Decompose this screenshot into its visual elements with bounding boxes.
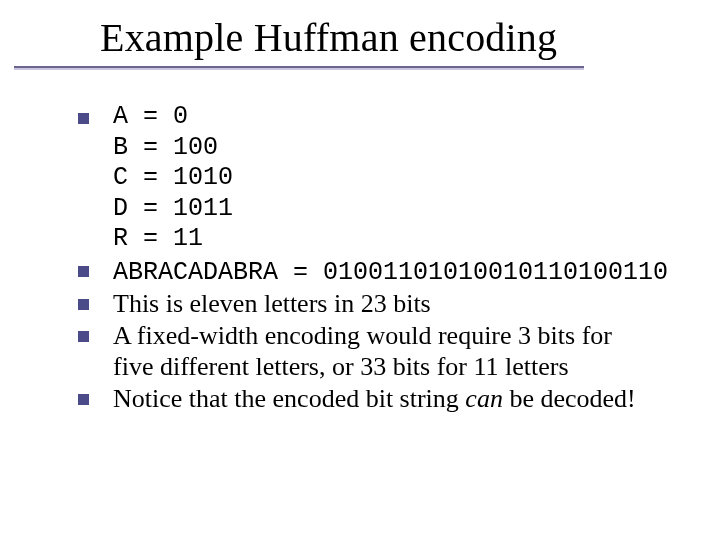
code-c: C = 1010 bbox=[113, 163, 678, 194]
encoded-line: ABRACADABRA = 01001101010010110100110 bbox=[113, 258, 668, 287]
list-item: A fixed-width encoding would require 3 b… bbox=[78, 320, 678, 383]
bullet-icon bbox=[78, 299, 89, 310]
decode-em: can bbox=[465, 384, 503, 413]
code-b: B = 100 bbox=[113, 133, 678, 164]
fixed-line-2: five different letters, or 33 bits for 1… bbox=[113, 352, 569, 381]
decode-post: be decoded! bbox=[503, 384, 636, 413]
list-item: ABRACADABRA = 01001101010010110100110 bbox=[78, 255, 678, 289]
list-item-body: A = 0 B = 100 C = 1010 D = 1011 R = 11 bbox=[113, 102, 678, 255]
list-item: Notice that the encoded bit string can b… bbox=[78, 383, 678, 415]
decode-pre: Notice that the encoded bit string bbox=[113, 384, 465, 413]
bits-line: This is eleven letters in 23 bits bbox=[113, 288, 678, 320]
list-item: A = 0 B = 100 C = 1010 D = 1011 R = 11 bbox=[78, 102, 678, 255]
title-rule-shadow bbox=[14, 68, 584, 70]
bullet-icon bbox=[78, 394, 89, 405]
list-item-body: ABRACADABRA = 01001101010010110100110 bbox=[113, 255, 678, 289]
bullet-icon bbox=[78, 113, 89, 124]
fixed-width-line: A fixed-width encoding would require 3 b… bbox=[113, 320, 678, 383]
code-d: D = 1011 bbox=[113, 194, 678, 225]
title-area: Example Huffman encoding bbox=[100, 14, 557, 61]
code-r: R = 11 bbox=[113, 224, 678, 255]
decode-line: Notice that the encoded bit string can b… bbox=[113, 383, 678, 415]
list-item: This is eleven letters in 23 bits bbox=[78, 288, 678, 320]
bullet-icon bbox=[78, 266, 89, 277]
fixed-line-1: A fixed-width encoding would require 3 b… bbox=[113, 321, 612, 350]
content-area: A = 0 B = 100 C = 1010 D = 1011 R = 11 A… bbox=[78, 102, 678, 415]
slide-title: Example Huffman encoding bbox=[100, 14, 557, 61]
bullet-icon bbox=[78, 331, 89, 342]
slide: Example Huffman encoding A = 0 B = 100 C… bbox=[0, 0, 720, 540]
code-a: A = 0 bbox=[113, 102, 678, 133]
